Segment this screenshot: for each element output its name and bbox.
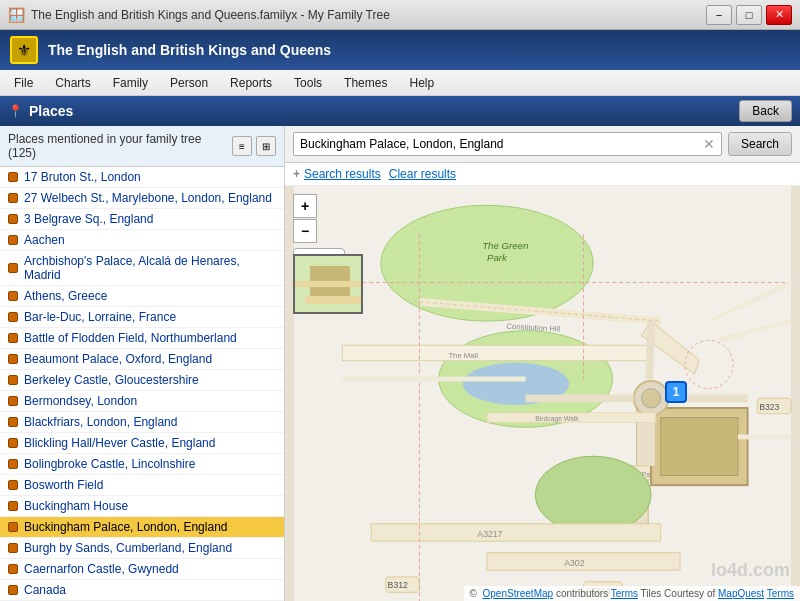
search-button[interactable]: Search [728, 132, 792, 156]
list-item[interactable]: Bosworth Field [0, 475, 284, 496]
menu-family[interactable]: Family [103, 73, 158, 93]
list-item[interactable]: Blackfriars, London, England [0, 412, 284, 433]
menu-tools[interactable]: Tools [284, 73, 332, 93]
zoom-in-button[interactable]: + [293, 194, 317, 218]
search-bar: ✕ Search [285, 126, 800, 163]
search-results-bar: + Search results Clear results [285, 163, 800, 186]
place-dot-icon [8, 193, 18, 203]
list-view-button[interactable]: ≡ [232, 136, 252, 156]
place-dot-icon [8, 354, 18, 364]
place-item-label: Aachen [24, 233, 65, 247]
svg-point-18 [535, 456, 651, 533]
svg-text:The Green: The Green [482, 240, 528, 251]
places-header: 📍 Places Back [0, 96, 800, 126]
place-item-label: Berkeley Castle, Gloucestershire [24, 373, 199, 387]
place-item-label: Beaumont Palace, Oxford, England [24, 352, 212, 366]
zoom-out-button[interactable]: − [293, 219, 317, 243]
close-button[interactable]: ✕ [766, 5, 792, 25]
terms-link2[interactable]: Terms [767, 588, 794, 599]
list-item[interactable]: Bermondsey, London [0, 391, 284, 412]
app-header: ⚜ The English and British Kings and Quee… [0, 30, 800, 70]
place-item-label: Blickling Hall/Hever Castle, England [24, 436, 215, 450]
openstreetmap-link[interactable]: OpenStreetMap [483, 588, 554, 599]
place-item-label: Caernarfon Castle, Gwynedd [24, 562, 179, 576]
list-item[interactable]: Caernarfon Castle, Gwynedd [0, 559, 284, 580]
place-dot-icon [8, 522, 18, 532]
menu-help[interactable]: Help [399, 73, 444, 93]
title-bar: 🪟 The English and British Kings and Quee… [0, 0, 800, 30]
list-item[interactable]: Bar-le-Duc, Lorraine, France [0, 307, 284, 328]
svg-text:B312: B312 [388, 580, 408, 590]
svg-rect-17 [661, 418, 738, 476]
search-clear-button[interactable]: ✕ [697, 136, 721, 152]
place-dot-icon [8, 417, 18, 427]
place-item-label: Burgh by Sands, Cumberland, England [24, 541, 232, 555]
list-item[interactable]: Berkeley Castle, Gloucestershire [0, 370, 284, 391]
list-item[interactable]: Canada [0, 580, 284, 601]
place-item-label: 3 Belgrave Sq., England [24, 212, 153, 226]
place-dot-icon [8, 312, 18, 322]
svg-text:A3217: A3217 [477, 529, 502, 539]
menu-person[interactable]: Person [160, 73, 218, 93]
place-dot-icon [8, 375, 18, 385]
place-dot-icon [8, 438, 18, 448]
list-item[interactable]: Battle of Flodden Field, Northumberland [0, 328, 284, 349]
place-dot-icon [8, 263, 18, 273]
list-item[interactable]: Buckingham Palace, London, England [0, 517, 284, 538]
maximize-button[interactable]: □ [736, 5, 762, 25]
svg-text:The Mall: The Mall [448, 351, 478, 360]
list-item[interactable]: Blickling Hall/Hever Castle, England [0, 433, 284, 454]
search-input-wrap: ✕ [293, 132, 722, 156]
attribution-text: © [470, 588, 480, 599]
app-header-title: The English and British Kings and Queens [48, 42, 331, 58]
places-header-icon: 📍 [8, 104, 23, 118]
list-item[interactable]: Buckingham House [0, 496, 284, 517]
list-item[interactable]: Burgh by Sands, Cumberland, England [0, 538, 284, 559]
list-item[interactable]: Aachen [0, 230, 284, 251]
minimize-button[interactable]: − [706, 5, 732, 25]
place-item-label: Blackfriars, London, England [24, 415, 177, 429]
list-item[interactable]: Beaumont Palace, Oxford, England [0, 349, 284, 370]
map-thumbnail [293, 254, 363, 314]
map-marker-pin: 1 [665, 381, 687, 403]
list-item[interactable]: 17 Bruton St., London [0, 167, 284, 188]
list-item[interactable]: 27 Welbech St., Marylebone, London, Engl… [0, 188, 284, 209]
menu-file[interactable]: File [4, 73, 43, 93]
place-dot-icon [8, 585, 18, 595]
map-attribution: © OpenStreetMap contributors Terms Tiles… [464, 586, 800, 601]
svg-line-35 [649, 321, 651, 379]
terms-link[interactable]: Terms [611, 588, 638, 599]
list-item[interactable]: 3 Belgrave Sq., England [0, 209, 284, 230]
mapquest-link[interactable]: MapQuest [718, 588, 764, 599]
place-dot-icon [8, 235, 18, 245]
list-item[interactable]: Archbishop's Palace, Alcalá de Henares, … [0, 251, 284, 286]
grid-view-button[interactable]: ⊞ [256, 136, 276, 156]
svg-rect-47 [305, 296, 363, 304]
menu-bar: File Charts Family Person Reports Tools … [0, 70, 800, 96]
left-panel: Places mentioned in your family tree (12… [0, 126, 285, 601]
map-area[interactable]: The Green Park Constitution Hill Bucking… [285, 186, 800, 601]
place-dot-icon [8, 501, 18, 511]
search-results-link[interactable]: Search results [304, 167, 381, 181]
list-item[interactable]: Bolingbroke Castle, Lincolnshire [0, 454, 284, 475]
svg-rect-14 [342, 345, 651, 360]
place-item-label: Athens, Greece [24, 289, 107, 303]
svg-rect-48 [295, 281, 363, 287]
menu-charts[interactable]: Charts [45, 73, 100, 93]
plus-icon: + [293, 167, 300, 181]
back-button[interactable]: Back [739, 100, 792, 122]
place-dot-icon [8, 214, 18, 224]
places-list: 17 Bruton St., London27 Welbech St., Mar… [0, 167, 284, 601]
place-dot-icon [8, 564, 18, 574]
place-item-label: Bolingbroke Castle, Lincolnshire [24, 457, 195, 471]
clear-results-link[interactable]: Clear results [389, 167, 456, 181]
place-dot-icon [8, 543, 18, 553]
list-item[interactable]: Athens, Greece [0, 286, 284, 307]
menu-reports[interactable]: Reports [220, 73, 282, 93]
search-input[interactable] [294, 133, 697, 155]
menu-themes[interactable]: Themes [334, 73, 397, 93]
place-item-label: Archbishop's Palace, Alcalá de Henares, … [24, 254, 276, 282]
place-item-label: Bosworth Field [24, 478, 103, 492]
place-dot-icon [8, 459, 18, 469]
place-item-label: Buckingham Palace, London, England [24, 520, 227, 534]
